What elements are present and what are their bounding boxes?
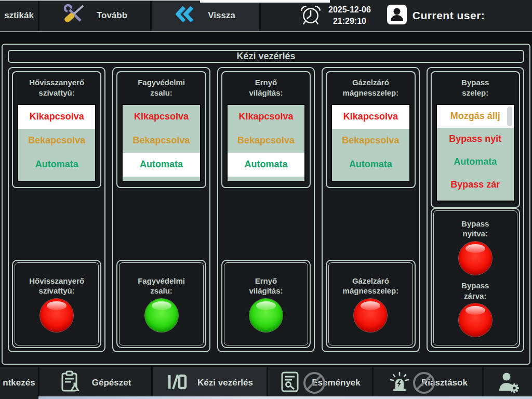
option-bekapcsolva[interactable]: Bekapcsolva — [228, 129, 304, 153]
selector-box-g-zelz-r-m-gnesszelep: Gázelzárómágnesszelep:KikapcsolvaBekapcs… — [326, 71, 415, 188]
option-bypass-nyit[interactable]: Bypass nyit — [437, 128, 514, 151]
alarms-button[interactable]: Riasztások — [374, 367, 484, 399]
column-header: Ernyővilágítás: — [227, 77, 305, 99]
back-button[interactable]: Vissza — [152, 0, 261, 31]
topbar-status-area: 2025-12-06 21:29:10 Current user: — [261, 0, 532, 31]
time-text: 21:29:10 — [328, 16, 371, 27]
column-header: Hővisszanyerőszivattyú: — [17, 77, 96, 99]
mechanical-label: Gépészet — [92, 378, 131, 388]
bottom-edge-highlight — [38, 396, 532, 399]
login-button[interactable]: ntkezés — [0, 367, 39, 399]
login-label: ntkezés — [3, 378, 35, 388]
disabled-ring-icon — [303, 372, 325, 394]
mechanical-button[interactable]: Gépészet — [39, 367, 153, 399]
control-column-1: Hővisszanyerőszivattyú:KikapcsolvaBekapc… — [8, 67, 105, 352]
option-list: KikapcsolvaBekapcsolvaAutomata — [227, 104, 305, 182]
led-green — [249, 299, 283, 332]
next-button[interactable]: Tovább — [39, 0, 152, 31]
hmi-screen: sztikák Tovább V — [0, 0, 532, 399]
led-red — [40, 299, 73, 332]
indicator-box: Bypassnyitva:Bypasszárva: — [431, 208, 520, 348]
option-kikapcsolva[interactable]: Kikapcsolva — [123, 105, 200, 129]
led-red — [459, 242, 492, 275]
alarm-clock-icon — [299, 3, 322, 28]
disabled-ring-icon — [413, 372, 435, 394]
led-red — [354, 299, 387, 332]
option-list: KikapcsolvaBekapcsolvaAutomata — [331, 104, 410, 182]
manual-control-button[interactable]: Kézi vezérlés — [153, 367, 268, 399]
main-panel: Kézi vezérlés Hővisszanyerőszivattyú:Kik… — [2, 44, 530, 365]
indicator-bypass-nyitva: Bypassnyitva: — [459, 219, 492, 275]
back-label: Vissza — [208, 10, 235, 21]
indicator-erny-vil-g-t-s: Ernyővilágítás: — [249, 276, 283, 332]
indicator-label: Ernyővilágítás: — [249, 276, 283, 296]
option-automata[interactable]: Automata — [123, 153, 200, 177]
indicator-g-zelz-r-m-gnesszelep: Gázelzárómágnesszelep: — [343, 276, 399, 332]
selector-box-h-visszanyer-szivatty: Hővisszanyerőszivattyú:KikapcsolvaBekapc… — [12, 71, 101, 188]
clipboard-flask-icon — [60, 370, 82, 396]
option-kikapcsolva[interactable]: Kikapcsolva — [228, 105, 304, 129]
top-toolbar: sztikák Tovább V — [0, 0, 532, 32]
next-label: Tovább — [97, 10, 127, 21]
document-wrench-icon — [280, 370, 301, 396]
page-title: Kézi vezérlés — [8, 50, 524, 63]
indicator-label: Bypassnyitva: — [461, 219, 489, 239]
column-header: Fagyvédelmizsalu: — [122, 77, 201, 99]
option-list: KikapcsolvaBekapcsolvaAutomata — [17, 104, 96, 182]
user-icon — [387, 4, 407, 27]
led-red — [459, 303, 492, 337]
option-automata[interactable]: Automata — [332, 153, 409, 177]
indicator-label: Bypasszárva: — [461, 281, 489, 301]
indicator-box: Hővisszanyerőszivattyú: — [12, 260, 101, 348]
indicator-label: Gázelzárómágnesszelep: — [343, 276, 399, 296]
option-bypass-z-r[interactable]: Bypass zár — [437, 174, 514, 196]
indicator-fagyv-delmi-zsalu: Fagyvédelmizsalu: — [138, 276, 185, 332]
statistics-button[interactable]: sztikák — [0, 0, 39, 31]
column-header: Bypassszelep: — [436, 77, 515, 99]
control-column-2: Fagyvédelmizsalu:KikapcsolvaBekapcsolvaA… — [112, 67, 210, 352]
bottom-toolbar: ntkezés Gépészet — [0, 367, 532, 399]
manual-control-label: Kézi vezérlés — [197, 378, 253, 388]
option-list: KikapcsolvaBekapcsolvaAutomata — [122, 104, 201, 182]
user-gear-icon — [496, 371, 520, 395]
user-settings-button[interactable] — [484, 367, 532, 399]
scrollbar[interactable] — [507, 107, 512, 126]
date-text: 2025-12-06 — [328, 4, 371, 16]
option-automata[interactable]: Automata — [228, 153, 304, 177]
indicator-label: Fagyvédelmizsalu: — [138, 276, 185, 296]
back-chevrons-icon — [176, 6, 197, 26]
led-green — [145, 299, 178, 332]
indicator-h-visszanyer-szivatty: Hővisszanyerőszivattyú: — [29, 276, 84, 332]
option-bekapcsolva[interactable]: Bekapcsolva — [123, 129, 200, 153]
statistics-label: sztikák — [4, 10, 34, 21]
top-edge-line — [0, 0, 201, 1]
selector-box-erny-vil-g-t-s: Ernyővilágítás:KikapcsolvaBekapcsolvaAut… — [221, 71, 311, 188]
tools-icon — [62, 4, 86, 28]
top-edge-highlight — [200, 0, 330, 3]
option-bekapcsolva[interactable]: Bekapcsolva — [332, 129, 409, 153]
control-column-3: Ernyővilágítás:KikapcsolvaBekapcsolvaAut… — [217, 67, 315, 352]
control-column-4: Gázelzárómágnesszelep:KikapcsolvaBekapcs… — [322, 67, 419, 352]
option-kikapcsolva[interactable]: Kikapcsolva — [332, 105, 409, 129]
option-automata[interactable]: Automata — [437, 151, 514, 174]
selector-box-bypass-szelep: Bypassszelep:Mozgás álljBypass nyitAutom… — [431, 71, 520, 208]
option-mozg-s-llj[interactable]: Mozgás állj — [437, 105, 514, 128]
selector-box-fagyv-delmi-zsalu: Fagyvédelmizsalu:KikapcsolvaBekapcsolvaA… — [116, 71, 206, 188]
control-columns: Hővisszanyerőszivattyú:KikapcsolvaBekapc… — [8, 67, 524, 352]
indicator-box: Fagyvédelmizsalu: — [116, 260, 206, 348]
alarm-beacon-icon — [388, 370, 411, 396]
option-kikapcsolva[interactable]: Kikapcsolva — [18, 105, 95, 129]
column-header: Gázelzárómágnesszelep: — [331, 77, 410, 99]
indicator-label: Hővisszanyerőszivattyú: — [29, 276, 84, 296]
option-list: Mozgás álljBypass nyitAutomataBypass zár — [436, 104, 515, 202]
events-button[interactable]: Események — [268, 367, 374, 399]
control-column-5: Bypassszelep:Mozgás álljBypass nyitAutom… — [427, 67, 524, 352]
datetime-display: 2025-12-06 21:29:10 — [328, 4, 371, 26]
option-bekapcsolva[interactable]: Bekapcsolva — [18, 129, 95, 153]
io-icon — [166, 373, 187, 393]
indicator-box: Gázelzárómágnesszelep: — [326, 260, 415, 348]
current-user-label: Current user: — [413, 9, 485, 22]
indicator-bypass-z-rva: Bypasszárva: — [459, 281, 492, 337]
option-automata[interactable]: Automata — [18, 153, 95, 177]
indicator-box: Ernyővilágítás: — [221, 260, 311, 348]
